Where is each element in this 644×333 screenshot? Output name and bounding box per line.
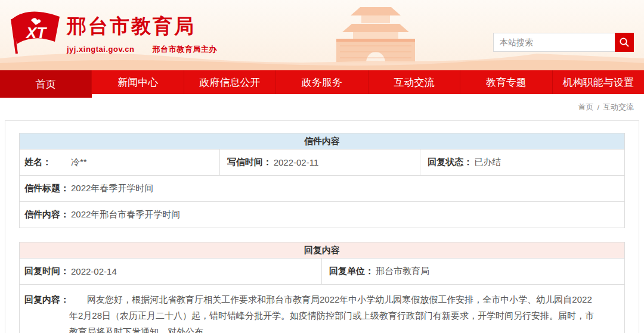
letter-subject-cell: 信件标题： 2022年春季开学时间 <box>20 176 624 201</box>
letter-time-label: 写信时间： <box>227 157 274 168</box>
letter-status-value: 已办结 <box>474 157 501 168</box>
letter-table: 信件内容 姓名： 冷** 写信时间： 2022-02-11 回复状态： 已办结 … <box>19 133 625 228</box>
reply-table: 回复内容 回复时间： 2022-02-14 回复单位： 邢台市教育局 回复内容：… <box>19 242 625 333</box>
main-nav: 首页 新闻中心 政府信息公开 政务服务 互动交流 教育专题 机构职能与设置 <box>0 70 644 94</box>
nav-item-interaction[interactable]: 互动交流 <box>369 70 460 94</box>
reply-content-text: 网友您好，根据河北省教育厅相关工作要求和邢台市教育局2022年中小学幼儿园寒假放… <box>69 291 624 333</box>
search-input[interactable] <box>493 33 615 52</box>
reply-time-label: 回复时间： <box>24 266 71 277</box>
main-content: 信件内容 姓名： 冷** 写信时间： 2022-02-11 回复状态： 已办结 … <box>5 120 639 333</box>
table-row: 信件内容： 2022年邢台市春季开学时间 <box>20 201 624 228</box>
breadcrumb-current[interactable]: 互动交流 <box>603 102 634 113</box>
reply-time-value: 2022-02-14 <box>71 266 117 276</box>
site-name: 邢台市教育局 <box>67 13 217 40</box>
site-subtitle: jyj.xingtai.gov.cn 邢台市教育局主办 <box>67 44 217 55</box>
nav-item-home[interactable]: 首页 <box>0 70 92 98</box>
nav-item-org-functions[interactable]: 机构职能与设置 <box>553 70 644 94</box>
site-url: jyj.xingtai.gov.cn <box>67 45 135 54</box>
logo-xt-text: XT <box>25 24 47 42</box>
site-logo[interactable]: XT <box>8 7 62 55</box>
letter-status-cell: 回复状态： 已办结 <box>420 150 624 175</box>
letter-content-label: 信件内容： <box>24 209 71 220</box>
letter-name-cell: 姓名： 冷** <box>20 150 220 175</box>
site-search <box>493 33 634 52</box>
table-row: 回复时间： 2022-02-14 回复单位： 邢台市教育局 <box>20 258 624 284</box>
reply-table-title: 回复内容 <box>20 242 624 258</box>
letter-table-title: 信件内容 <box>20 133 624 149</box>
reply-content-row: 回复内容： 网友您好，根据河北省教育厅相关工作要求和邢台市教育局2022年中小学… <box>20 284 624 333</box>
table-row: 信件标题： 2022年春季开学时间 <box>20 175 624 201</box>
letter-status-label: 回复状态： <box>428 157 474 168</box>
breadcrumb-separator: / <box>597 103 599 112</box>
letter-time-value: 2022-02-11 <box>274 157 319 167</box>
table-row: 姓名： 冷** 写信时间： 2022-02-11 回复状态： 已办结 <box>20 149 624 175</box>
site-title-block: 邢台市教育局 jyj.xingtai.gov.cn 邢台市教育局主办 <box>67 13 217 55</box>
nav-item-gov-info[interactable]: 政府信息公开 <box>184 70 276 94</box>
reply-unit-value: 邢台市教育局 <box>376 266 429 277</box>
reply-time-cell: 回复时间： 2022-02-14 <box>20 259 322 284</box>
site-sponsor: 邢台市教育局主办 <box>153 45 217 54</box>
letter-content-value: 2022年邢台市春季开学时间 <box>71 209 180 220</box>
nav-item-news[interactable]: 新闻中心 <box>92 70 184 94</box>
reply-unit-label: 回复单位： <box>329 266 376 277</box>
search-icon <box>619 37 630 48</box>
nav-item-services[interactable]: 政务服务 <box>276 70 368 94</box>
letter-time-cell: 写信时间： 2022-02-11 <box>220 150 421 175</box>
nav-item-edu-topics[interactable]: 教育专题 <box>460 70 552 94</box>
letter-name-label: 姓名： <box>24 157 71 168</box>
letter-content-cell: 信件内容： 2022年邢台市春季开学时间 <box>20 202 624 228</box>
reply-unit-cell: 回复单位： 邢台市教育局 <box>322 259 624 284</box>
letter-subject-value: 2022年春季开学时间 <box>71 183 153 194</box>
letter-subject-label: 信件标题： <box>24 183 71 194</box>
search-button[interactable] <box>615 33 634 52</box>
site-header: XT 邢台市教育局 jyj.xingtai.gov.cn 邢台市教育局主办 <box>0 0 644 70</box>
breadcrumb: 首页 / 互动交流 <box>0 94 644 120</box>
breadcrumb-home[interactable]: 首页 <box>578 102 593 113</box>
letter-name-value: 冷** <box>71 157 87 168</box>
reply-content-label: 回复内容： <box>20 291 69 307</box>
